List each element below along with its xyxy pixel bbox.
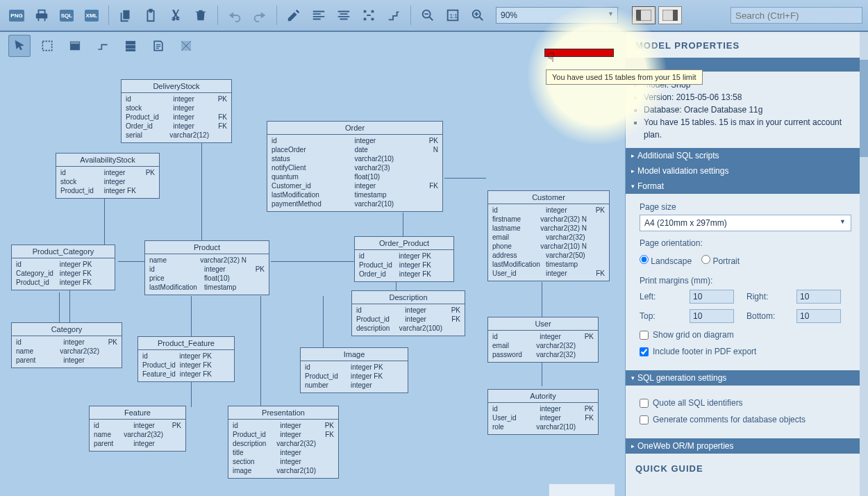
column-row: idintegerPK (149, 265, 265, 274)
entity-deliverystock[interactable]: DeliveryStock idintegerPKstockintegerPro… (121, 79, 232, 143)
margin-left-input[interactable] (690, 290, 734, 304)
pointer-tool[interactable] (8, 35, 31, 57)
entity-title: Order (267, 122, 442, 135)
margins-label: Print margins (mm): (640, 276, 851, 286)
column-row: idintegerPK (60, 168, 155, 177)
usage-tooltip: You have used 15 tables from your 15 lim… (546, 69, 703, 85)
section-additional-sql[interactable]: ▸Additional SQL scripts (626, 148, 862, 163)
orientation-landscape[interactable]: Landscape (640, 255, 692, 266)
orientation-portrait[interactable]: Portrait (701, 255, 740, 266)
entity-customer[interactable]: Customer idintegerPKfirstnamevarchar2(32… (487, 190, 610, 281)
entity-productfeature[interactable]: Product_Feature idinteger PKProduct_idin… (137, 336, 235, 382)
align-center-button[interactable] (333, 4, 355, 26)
quote-identifiers-checkbox[interactable] (640, 399, 649, 408)
redo-button[interactable] (249, 4, 271, 26)
print-button[interactable] (31, 4, 53, 26)
entity-description[interactable]: Description idintegerPKProduct_idinteger… (351, 290, 465, 336)
section-validation[interactable]: ▸Model validation settings (626, 163, 862, 179)
zoom-level-select[interactable] (496, 7, 618, 24)
paste-button[interactable] (140, 4, 162, 26)
diagram-canvas[interactable]: DeliveryStock idintegerPKstockintegerPro… (0, 60, 625, 496)
column-row: serialvarchar2(12) (126, 131, 227, 140)
note-tool[interactable] (147, 35, 169, 57)
entity-feature[interactable]: Feature idintegerPKnamevarchar2(32)paren… (89, 406, 186, 452)
entity-order[interactable]: Order idintegerPKplaceOrderdateNstatusva… (267, 121, 443, 212)
view-tool[interactable] (119, 35, 142, 57)
align-left-button[interactable] (308, 4, 330, 26)
entity-columns: idintegerPKnamevarchar2(32)parentinteger (12, 336, 122, 367)
usage-meter[interactable] (544, 49, 614, 57)
portrait-radio[interactable] (701, 255, 710, 264)
section-format[interactable]: ▾Format (626, 179, 862, 194)
copy-button[interactable] (115, 4, 137, 26)
entity-columns: idintegerPKemailvarchar2(32)passwordvarc… (488, 331, 598, 362)
column-row: Product_idinteger FK (60, 186, 155, 195)
column-row: namevarchar2(32) (94, 430, 181, 439)
entity-title: Product_Feature (138, 337, 234, 350)
column-row: rolevarchar2(10) (492, 422, 594, 431)
entity-productcategory[interactable]: Product_Category idinteger PKCategory_id… (11, 245, 115, 290)
column-row: Category_idinteger FK (16, 269, 110, 278)
entity-presentation[interactable]: Presentation idintegerPKProduct_idintege… (228, 406, 339, 479)
entity-columns: idinteger PKProduct_idinteger FKOrder_id… (355, 250, 453, 281)
section-orm[interactable]: ▸OneWeb OR/M properties (626, 438, 862, 454)
entity-columns: idintegerPKnamevarchar2(32)parentinteger (90, 420, 185, 451)
entity-autority[interactable]: Autority idintegerPKUser_idintegerFKrole… (487, 389, 599, 435)
column-row: Order_idinteger FK (359, 270, 449, 279)
marquee-tool[interactable] (36, 35, 58, 57)
entity-orderproduct[interactable]: Order_Product idinteger PKProduct_idinte… (354, 236, 454, 282)
margin-right-label: Right: (746, 292, 788, 301)
column-row: notifyClientvarchar2(3) (272, 163, 438, 172)
export-sql-button[interactable]: SQL (56, 4, 78, 26)
show-grid-checkbox[interactable] (640, 331, 649, 340)
column-row: Feature_idinteger FK (142, 370, 230, 379)
column-row: idintegerPK (356, 306, 460, 315)
region-tool[interactable] (175, 35, 197, 57)
page-size-label: Page size (640, 202, 851, 212)
panel-scrollbar[interactable] (860, 32, 868, 496)
generate-comments-checkbox[interactable] (640, 415, 649, 424)
margin-top-input[interactable] (690, 309, 734, 323)
column-row: idinteger PK (142, 352, 230, 361)
search-input[interactable] (731, 7, 862, 24)
left-panel-toggle[interactable] (632, 6, 656, 24)
column-row: emailvarchar2(32) (492, 341, 594, 350)
export-png-button[interactable]: PNG (6, 4, 28, 26)
svg-text:1:1: 1:1 (449, 13, 458, 19)
column-row: idintegerPK (94, 421, 181, 430)
column-row: Product_idintegerFK (356, 315, 460, 324)
quick-guide-heading: QUICK GUIDE (630, 454, 858, 483)
show-grid-label: Show grid on diagram (653, 330, 734, 340)
chevron-right-icon: ▸ (631, 152, 635, 159)
entity-availabilitystock[interactable]: AvailabilityStock idintegerPKstockintege… (56, 153, 160, 199)
cut-button[interactable] (165, 4, 187, 26)
zoom-fit-button[interactable]: 1:1 (442, 4, 464, 26)
landscape-radio[interactable] (640, 255, 649, 264)
entity-product[interactable]: Product namevarchar2(32) NidintegerPKpri… (144, 240, 269, 295)
entity-title: Product (145, 241, 269, 254)
include-footer-checkbox[interactable] (640, 347, 649, 356)
route-button[interactable] (383, 4, 405, 26)
entity-columns: idinteger PKProduct_idinteger FKFeature_… (138, 350, 234, 381)
undo-button[interactable] (224, 4, 246, 26)
table-tool[interactable] (64, 35, 86, 57)
relation-tool[interactable] (92, 35, 114, 57)
right-panel-toggle[interactable] (658, 6, 682, 24)
zoom-out-button[interactable] (417, 4, 439, 26)
section-sqlgen[interactable]: ▾SQL generation settings (626, 370, 862, 386)
scrollbar-thumb[interactable] (860, 60, 868, 157)
page-size-select[interactable] (640, 215, 851, 231)
margin-bottom-input[interactable] (796, 309, 841, 323)
zoom-in-button[interactable] (467, 4, 489, 26)
entity-title: Presentation (228, 406, 338, 420)
distribute-button[interactable] (358, 4, 380, 26)
entity-image[interactable]: Image idinteger PKProduct_idinteger FKnu… (300, 347, 408, 393)
margin-bottom-label: Bottom: (746, 311, 788, 321)
include-footer-label: Include footer in PDF export (653, 347, 756, 356)
margin-right-input[interactable] (796, 290, 841, 304)
delete-button[interactable] (190, 4, 212, 26)
export-xml-button[interactable]: XML (81, 4, 103, 26)
edit-button[interactable] (283, 4, 305, 26)
entity-user[interactable]: User idintegerPKemailvarchar2(32)passwor… (487, 317, 599, 363)
entity-category[interactable]: Category idintegerPKnamevarchar2(32)pare… (11, 322, 122, 368)
